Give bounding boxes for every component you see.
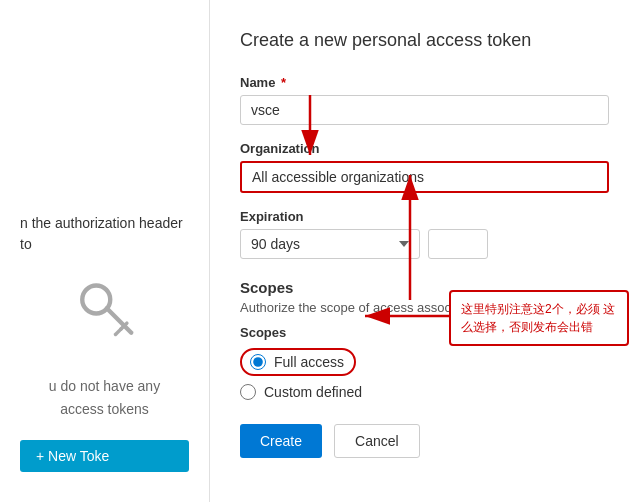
create-button[interactable]: Create <box>240 424 322 458</box>
full-access-highlighted: Full access <box>240 348 356 376</box>
full-access-option[interactable]: Full access <box>240 348 609 376</box>
new-token-label: + New Toke <box>36 448 109 464</box>
scopes-heading: Scopes <box>240 279 609 296</box>
exp-select[interactable]: 90 days 30 days 60 days Custom <box>240 229 420 259</box>
exp-group: Expiration 90 days 30 days 60 days Custo… <box>240 209 609 259</box>
custom-defined-radio[interactable] <box>240 384 256 400</box>
full-access-label: Full access <box>274 354 344 370</box>
scopes-section: Scopes Authorize the scope of access ass… <box>240 279 609 400</box>
name-input[interactable] <box>240 95 609 125</box>
no-tokens-line1: u do not have any <box>49 378 160 394</box>
org-group: Organization <box>240 141 609 193</box>
custom-defined-option[interactable]: Custom defined <box>240 384 609 400</box>
exp-row: 90 days 30 days 60 days Custom <box>240 229 609 259</box>
name-label: Name * <box>240 75 609 90</box>
page-title: Create a new personal access token <box>240 30 609 51</box>
no-tokens-line2: access tokens <box>60 401 149 417</box>
intro-text: n the authorization header to <box>20 215 183 252</box>
auth-header-text: n the authorization header to <box>0 193 209 275</box>
new-token-button[interactable]: + New Toke <box>20 440 189 472</box>
key-icon <box>70 275 140 345</box>
org-input[interactable] <box>240 161 609 193</box>
right-panel: Create a new personal access token Name … <box>210 0 639 502</box>
name-group: Name * <box>240 75 609 125</box>
no-tokens-text: u do not have any access tokens <box>0 365 209 430</box>
org-label: Organization <box>240 141 609 156</box>
name-required-marker: * <box>281 75 286 90</box>
full-access-radio[interactable] <box>250 354 266 370</box>
form-actions: Create Cancel <box>240 424 609 458</box>
svg-line-3 <box>115 329 121 335</box>
cancel-button[interactable]: Cancel <box>334 424 420 458</box>
name-label-text: Name <box>240 75 275 90</box>
left-panel: n the authorization header to u do not h… <box>0 0 210 502</box>
exp-label: Expiration <box>240 209 609 224</box>
custom-defined-label: Custom defined <box>264 384 362 400</box>
scopes-desc: Authorize the scope of access associated… <box>240 300 609 315</box>
exp-extra-input[interactable] <box>428 229 488 259</box>
scopes-sublabel: Scopes <box>240 325 609 340</box>
